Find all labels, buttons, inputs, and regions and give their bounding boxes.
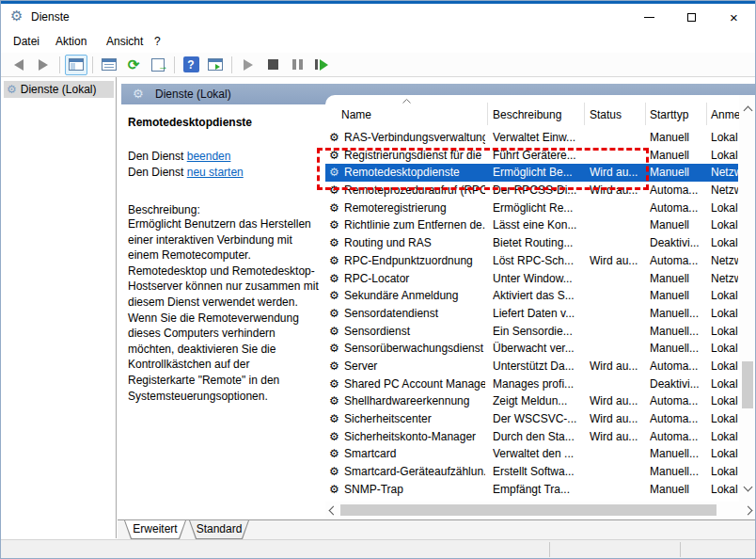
restart-service-link[interactable]: neu starten bbox=[187, 166, 244, 179]
minimize-button[interactable] bbox=[628, 4, 670, 30]
forward-button[interactable] bbox=[32, 55, 55, 75]
table-row[interactable]: ⚙Sekundäre AnmeldungAktiviert das S...Ma… bbox=[325, 287, 738, 305]
table-row[interactable]: ⚙Registrierungsdienst für die ...Führt G… bbox=[325, 147, 738, 165]
window-title: Dienste bbox=[31, 10, 70, 24]
close-button[interactable]: × bbox=[713, 4, 755, 30]
table-row[interactable]: ⚙ShellhardwareerkennungZeigt Meldun...Wi… bbox=[325, 392, 738, 410]
table-row[interactable]: ⚙Sicherheitskonto-ManagerDurch den Sta..… bbox=[325, 428, 738, 446]
pause-service-button[interactable] bbox=[286, 55, 308, 75]
stop-service-button[interactable] bbox=[261, 55, 284, 75]
column-separator[interactable] bbox=[584, 103, 585, 125]
service-gear-icon: ⚙ bbox=[329, 201, 342, 215]
service-logonas-cell: Lokale bbox=[711, 218, 738, 232]
back-button[interactable] bbox=[8, 55, 30, 75]
service-logonas-cell: Lokale bbox=[711, 149, 738, 162]
show-action-pane-button[interactable] bbox=[204, 55, 227, 75]
service-gear-icon: ⚙ bbox=[329, 307, 342, 320]
services-gear-icon: ⚙ bbox=[133, 87, 144, 101]
menu-hilfe[interactable]: ? bbox=[154, 35, 161, 48]
service-gear-icon: ⚙ bbox=[329, 184, 342, 197]
service-name-cell: Sicherheitskonto-Manager bbox=[344, 430, 485, 443]
service-name-cell: Sekundäre Anmeldung bbox=[344, 289, 485, 302]
tab-standard[interactable]: Standard bbox=[189, 520, 249, 539]
table-row[interactable]: ⚙ServerUnterstützt Da...Wird au...Automa… bbox=[325, 358, 738, 375]
toolbar-separator bbox=[92, 56, 93, 73]
show-console-tree-icon bbox=[69, 58, 84, 71]
column-header-anmelden[interactable]: Anmel bbox=[711, 108, 743, 121]
scroll-right-button[interactable] bbox=[740, 503, 755, 518]
help-button[interactable]: ? bbox=[180, 55, 202, 75]
maximize-button[interactable] bbox=[670, 4, 713, 30]
service-starttype-cell: Automa... bbox=[650, 201, 708, 215]
stop-service-link[interactable]: beenden bbox=[187, 150, 231, 163]
column-separator[interactable] bbox=[487, 103, 488, 125]
column-separator[interactable] bbox=[645, 103, 646, 125]
table-row[interactable]: ⚙SensorüberwachungsdienstÜberwacht ver..… bbox=[325, 340, 738, 358]
table-row[interactable]: ⚙RemoteregistrierungErmöglicht Re...Auto… bbox=[325, 200, 738, 217]
scroll-left-button[interactable] bbox=[325, 503, 340, 518]
column-separator[interactable] bbox=[706, 103, 707, 125]
menu-aktion[interactable]: Aktion bbox=[55, 35, 87, 48]
scroll-down-button[interactable] bbox=[740, 479, 755, 494]
table-row[interactable]: ⚙Shared PC Account ManagerManages profi.… bbox=[325, 375, 738, 393]
toolbar-separator bbox=[231, 56, 232, 73]
scroll-up-button[interactable] bbox=[740, 103, 755, 118]
start-service-button[interactable] bbox=[237, 55, 260, 75]
service-logonas-cell: Netzw bbox=[711, 272, 738, 285]
service-description-cell: Empfängt Tra... bbox=[493, 483, 587, 496]
services-rows: ⚙RAS-VerbindungsverwaltungVerwaltet Einw… bbox=[325, 129, 738, 498]
tree-item-label: Dienste (Lokal) bbox=[21, 83, 97, 96]
refresh-button[interactable]: ⟳ bbox=[122, 55, 145, 75]
table-row[interactable]: ⚙Smartcard-Geräteaufzählun...Erstellt So… bbox=[325, 463, 738, 481]
service-description-cell: Bietet Routing... bbox=[493, 236, 587, 249]
maximize-icon bbox=[687, 13, 696, 22]
table-row[interactable]: ⚙SicherheitscenterDer WSCSVC-...Wird au.… bbox=[325, 410, 738, 428]
service-description-cell: Führt Gerätere... bbox=[493, 149, 587, 162]
table-row[interactable]: ⚙RemotedesktopdiensteErmöglicht Be...Wir… bbox=[325, 164, 738, 182]
service-description-cell: Verwaltet den ... bbox=[493, 447, 587, 460]
service-description-cell: Ermöglicht Be... bbox=[493, 166, 587, 179]
service-description-cell: Unterstützt Da... bbox=[493, 359, 587, 373]
horizontal-scrollbar[interactable] bbox=[325, 502, 756, 519]
table-row[interactable]: ⚙Remoteprozeduraufruf (RPC)Der RPCSS-Di.… bbox=[325, 182, 738, 200]
table-row[interactable]: ⚙SensordatendienstLiefert Daten v...Manu… bbox=[325, 305, 738, 323]
restart-service-icon bbox=[315, 59, 328, 71]
horizontal-scrollbar-thumb[interactable] bbox=[340, 504, 717, 516]
show-console-tree-button[interactable] bbox=[65, 55, 87, 75]
table-row[interactable]: ⚙SensordienstEin Sensordie...Manuell...L… bbox=[325, 323, 738, 341]
table-row[interactable]: ⚙RPC-LocatorUnter Window...ManuellNetzw bbox=[325, 270, 738, 288]
selected-service-title: Remotedesktopdienste bbox=[128, 116, 315, 129]
service-gear-icon: ⚙ bbox=[329, 377, 342, 391]
service-status-cell: Wird au... bbox=[590, 166, 648, 179]
export-list-button[interactable] bbox=[147, 55, 169, 75]
service-starttype-cell: Manuell... bbox=[650, 447, 708, 460]
tree-item-dienste-lokal[interactable]: ⚙ Dienste (Lokal) bbox=[4, 81, 114, 98]
service-name-cell: Sensordienst bbox=[344, 325, 485, 338]
table-row[interactable]: ⚙RAS-VerbindungsverwaltungVerwaltet Einw… bbox=[325, 129, 738, 147]
column-header-beschreibung[interactable]: Beschreibung bbox=[493, 108, 561, 121]
table-row[interactable]: ⚙SNMP-TrapEmpfängt Tra...ManuellLokale bbox=[325, 481, 738, 499]
service-description-cell: Verwaltet Einw... bbox=[493, 131, 587, 144]
menu-ansicht[interactable]: Ansicht bbox=[106, 35, 143, 48]
table-row[interactable]: ⚙Routing und RASBietet Routing...Deaktiv… bbox=[325, 234, 738, 252]
properties-button[interactable] bbox=[98, 55, 120, 75]
service-status-cell: Wird au... bbox=[590, 394, 648, 407]
service-name-cell: Sensordatendienst bbox=[344, 307, 485, 320]
chevron-up-icon bbox=[743, 105, 752, 115]
service-starttype-cell: Automa... bbox=[650, 359, 708, 373]
service-starttype-cell: Deaktivi... bbox=[650, 236, 708, 249]
table-row[interactable]: ⚙SmartcardVerwaltet den ...Manuell...Lok… bbox=[325, 445, 738, 463]
table-row[interactable]: ⚙Richtlinie zum Entfernen de...Lässt ein… bbox=[325, 216, 738, 234]
menu-datei[interactable]: Datei bbox=[13, 35, 39, 48]
vertical-scrollbar-thumb[interactable] bbox=[742, 361, 753, 408]
table-row[interactable]: ⚙RPC-EndpunktzuordnungLöst RPC-Sch...Wir… bbox=[325, 252, 738, 270]
restart-service-button[interactable] bbox=[310, 55, 333, 75]
export-list-icon bbox=[151, 58, 165, 72]
service-name-cell: Server bbox=[344, 359, 485, 373]
vertical-scrollbar[interactable] bbox=[739, 95, 756, 502]
tab-erweitert[interactable]: Erweitert bbox=[124, 520, 186, 539]
column-header-name[interactable]: Name bbox=[341, 108, 371, 121]
column-header-status[interactable]: Status bbox=[590, 108, 622, 121]
service-name-cell: Smartcard bbox=[344, 447, 485, 460]
column-header-starttyp[interactable]: Starttyp bbox=[650, 108, 688, 121]
